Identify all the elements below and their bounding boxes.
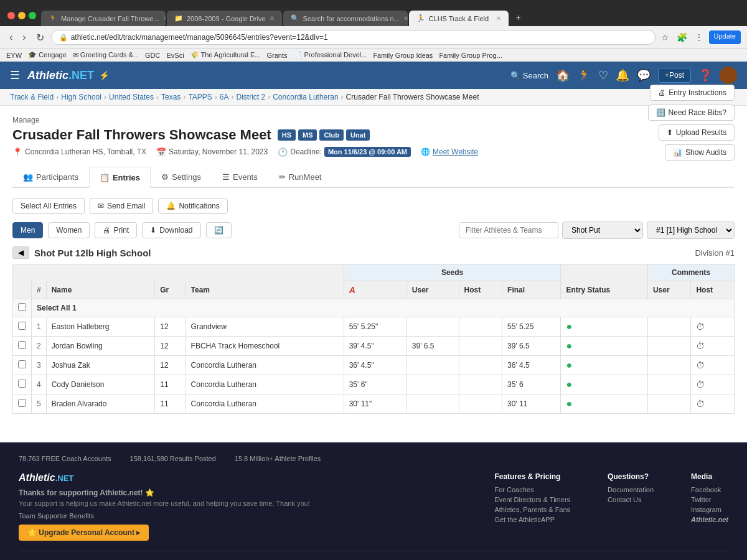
row-3-checkbox[interactable] xyxy=(18,360,26,368)
bookmark-cengage[interactable]: 🎓 Cengage xyxy=(28,51,67,59)
forward-button[interactable]: › xyxy=(19,30,29,44)
entry-instructions-button[interactable]: 🖨 Entry Instructions xyxy=(650,85,735,101)
back-section-button[interactable]: ◀ xyxy=(12,246,29,259)
breadcrumb-district[interactable]: District 2 xyxy=(237,93,266,101)
row-check-4[interactable] xyxy=(13,375,32,394)
breadcrumb-us[interactable]: United States xyxy=(109,93,154,101)
tab-close-icon[interactable]: ✕ xyxy=(163,15,166,22)
tab-runmeet[interactable]: ✏ RunMeet xyxy=(268,167,332,187)
link-documentation[interactable]: Documentation xyxy=(608,486,654,493)
notifications-button[interactable]: 🔔 Notifications xyxy=(158,198,227,214)
chat-icon[interactable]: 💬 xyxy=(637,68,651,82)
meet-website-link[interactable]: Meet Website xyxy=(433,147,478,156)
row-4-checkbox[interactable] xyxy=(18,380,26,388)
men-button[interactable]: Men xyxy=(12,222,43,238)
search-icon[interactable]: 🔍 Search xyxy=(510,71,548,80)
row-check-1[interactable] xyxy=(13,317,32,337)
print-button[interactable]: 🖨 Print xyxy=(95,222,137,238)
bookmark-agricultural[interactable]: 🌾 The Agricultural E... xyxy=(190,51,261,59)
back-button[interactable]: ‹ xyxy=(6,30,16,44)
link-app[interactable]: Get the AthleticAPP xyxy=(494,516,570,523)
row-2-checkbox[interactable] xyxy=(18,341,26,349)
browser-tab-1[interactable]: 🏃 Manage Crusader Fall Throwe... ✕ xyxy=(41,11,166,26)
help-icon[interactable]: ❓ xyxy=(698,68,712,82)
select-all-checkbox[interactable] xyxy=(18,303,26,311)
upload-results-button[interactable]: ⬆ Upload Results xyxy=(659,124,735,141)
upgrade-button[interactable]: ⭐ Upgrade Personal Account ▸ xyxy=(19,525,149,541)
bookmark-family2[interactable]: Family Group Prog... xyxy=(439,52,502,59)
row-5-comment-host[interactable]: ⏱ xyxy=(691,394,735,414)
link-event-directors[interactable]: Event Directors & Timers xyxy=(494,496,570,503)
tab-close-icon[interactable]: ✕ xyxy=(403,15,408,22)
link-athletes-fans[interactable]: Athletes, Parents & Fans xyxy=(494,506,570,513)
bookmark-grants[interactable]: Grants xyxy=(266,52,287,59)
browser-tab-3[interactable]: 🔍 Search for accommodations n... ✕ xyxy=(283,11,408,26)
browser-tab-2[interactable]: 📁 2008-2009 - Google Drive ✕ xyxy=(167,11,282,26)
row-1-checkbox[interactable] xyxy=(18,322,26,330)
event-select[interactable]: Shot Put xyxy=(562,222,643,239)
tab-close-icon[interactable]: ✕ xyxy=(270,15,275,22)
division-select[interactable]: #1 [1] High School xyxy=(647,222,735,239)
bookmark-profdev[interactable]: 📄 Professional Devel... xyxy=(293,51,367,59)
row-2-comment-host[interactable]: ⏱ xyxy=(691,337,735,356)
link-twitter[interactable]: Twitter xyxy=(691,496,728,503)
bookmark-evsci[interactable]: EvSci xyxy=(166,52,184,59)
row-check-5[interactable] xyxy=(13,394,32,414)
browser-tab-4[interactable]: 🏃 CLHS Track & Field ✕ xyxy=(409,11,509,26)
update-button[interactable]: Update xyxy=(709,30,741,44)
reload-button[interactable]: ↻ xyxy=(33,30,47,45)
maximize-button[interactable] xyxy=(29,12,36,19)
bookmark-gdc[interactable]: GDC xyxy=(145,52,160,59)
link-instagram[interactable]: Instagram xyxy=(691,506,728,513)
row-check-2[interactable] xyxy=(13,337,32,356)
row-check-3[interactable] xyxy=(13,356,32,375)
breadcrumb-concordia[interactable]: Concordia Lutheran xyxy=(273,93,338,101)
tab-events[interactable]: ☰ Events xyxy=(212,167,268,187)
breadcrumb-track[interactable]: Track & Field xyxy=(10,93,54,101)
close-button[interactable] xyxy=(7,12,15,19)
bookmark-family1[interactable]: Family Group Ideas xyxy=(373,52,433,59)
breadcrumb-texas[interactable]: Texas xyxy=(161,93,181,101)
home-icon[interactable]: 🏠 xyxy=(556,68,570,82)
running-icon[interactable]: 🏃 xyxy=(577,68,591,82)
row-4-comment-host[interactable]: ⏱ xyxy=(691,375,735,394)
select-all-check-cell[interactable] xyxy=(13,299,32,317)
post-button[interactable]: +Post xyxy=(658,68,691,83)
link-contact[interactable]: Contact Us xyxy=(608,496,654,503)
tab-entries[interactable]: 📋 Entries xyxy=(89,167,151,188)
refresh-button[interactable]: 🔄 xyxy=(206,222,232,238)
heart-icon[interactable]: ♡ xyxy=(598,68,608,82)
new-tab-button[interactable]: + xyxy=(510,9,527,26)
tab-settings[interactable]: ⚙ Settings xyxy=(151,167,212,187)
row-1-comment-host[interactable]: ⏱ xyxy=(691,317,735,337)
need-race-bibs-button[interactable]: 🔢 Need Race Bibs? xyxy=(648,105,735,121)
link-athleticnet[interactable]: Athletic.net xyxy=(691,516,728,523)
tab-participants[interactable]: 👥 Participants xyxy=(12,167,89,187)
download-button[interactable]: ⬇ Download xyxy=(142,222,200,238)
hamburger-icon[interactable]: ☰ xyxy=(10,68,20,82)
breadcrumb-tapps[interactable]: TAPPS xyxy=(188,93,212,101)
address-bar[interactable]: 🔒 athletic.net/edit/track/managemeet/man… xyxy=(51,30,655,45)
link-for-coaches[interactable]: For Coaches xyxy=(494,486,570,493)
meet-website[interactable]: 🌐 Meet Website xyxy=(421,147,478,156)
tab-close-icon[interactable]: ✕ xyxy=(496,15,501,22)
row-3-comment-host[interactable]: ⏱ xyxy=(691,356,735,375)
filter-athletes-input[interactable] xyxy=(459,222,558,238)
extensions-icon[interactable]: 🧩 xyxy=(675,30,689,44)
breadcrumb-current: Crusader Fall Throwers Showcase Meet xyxy=(346,93,479,101)
menu-icon[interactable]: ⋮ xyxy=(693,30,705,44)
minimize-button[interactable] xyxy=(18,12,26,19)
show-audits-button[interactable]: 📊 Show Audits xyxy=(665,144,735,161)
send-email-button[interactable]: ✉ Send Email xyxy=(90,198,153,214)
bookmark-greeting[interactable]: ✉ Greeting Cards &... xyxy=(73,51,139,59)
select-all-entries-button[interactable]: Select All Entries xyxy=(12,198,85,214)
bell-icon[interactable]: 🔔 xyxy=(616,68,629,82)
breadcrumb-6a[interactable]: 6A xyxy=(220,93,229,101)
avatar[interactable] xyxy=(720,67,737,84)
breadcrumb-highschool[interactable]: High School xyxy=(61,93,101,101)
row-5-checkbox[interactable] xyxy=(18,399,26,407)
bookmark-eyw[interactable]: EYW xyxy=(6,52,22,59)
bookmark-star-icon[interactable]: ☆ xyxy=(659,30,671,44)
link-facebook[interactable]: Facebook xyxy=(691,486,728,493)
women-button[interactable]: Women xyxy=(48,222,90,238)
